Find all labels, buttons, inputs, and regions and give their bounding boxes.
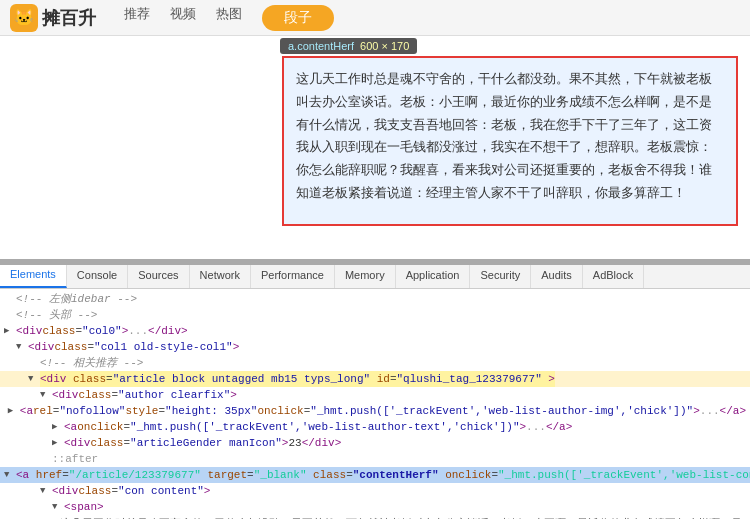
devtools-tabs: Elements Console Sources Network Perform… [0,261,750,289]
article-content: 这几天工作时总是魂不守舍的，干什么都没劲。果不其然，下午就被老板叫去办公室谈话。… [296,71,712,200]
arrow-10[interactable] [52,435,64,451]
nav-item-video[interactable]: 视频 [170,5,196,31]
tooltip-dimensions: 600 × 170 [360,40,409,52]
arrow-11 [40,451,52,467]
code-line-2: <!-- 头部 --> [0,307,750,323]
tag-close-4: > [233,339,240,355]
attr-class-4: class [54,339,87,355]
comment-related: <!-- 相关推荐 --> [40,355,143,371]
arrow-12[interactable] [4,467,16,483]
arrow-2 [4,307,16,323]
arrow-7[interactable] [40,387,52,403]
code-line-9[interactable]: <a onclick="_hmt.push(['_trackEvent','we… [0,419,750,435]
arrow-14[interactable] [52,499,64,515]
nav-links: 推荐 视频 热图 段子 [124,5,334,31]
code-line-5: <!-- 相关推荐 --> [0,355,750,371]
attr-val-3: "col0" [82,323,122,339]
arrow-9[interactable] [52,419,64,435]
tab-console[interactable]: Console [67,261,128,288]
tooltip-element-name: a.contentHerf [288,40,354,52]
attr-rel-8: rel [33,403,53,419]
tag-close-3: > [122,323,129,339]
code-line-1: <!-- 左侧idebar --> [0,291,750,307]
attr-val-7: "author clearfix" [118,387,230,403]
arrow-6[interactable] [28,371,40,387]
tab-memory[interactable]: Memory [335,261,396,288]
element-tooltip: a.contentHerf 600 × 170 [280,38,417,54]
tab-elements[interactable]: Elements [0,261,67,288]
tab-sources[interactable]: Sources [128,261,189,288]
arrow-8[interactable] [8,403,20,419]
devtools-panel: Elements Console Sources Network Perform… [0,259,750,519]
logo-icon: 🐱 [10,4,38,32]
tab-network[interactable]: Network [190,261,251,288]
tab-security[interactable]: Security [470,261,531,288]
attr-class-7: class [78,387,111,403]
tag-8: <a [20,403,33,419]
code-line-13[interactable]: <div class="con content" > [0,483,750,499]
preview-text-content: 这几天工作时总是魂不守舍的，干什么都没劲。果不其然，下午就被老板叫去办公室谈话。… [60,515,746,519]
nav-item-recommend[interactable]: 推荐 [124,5,150,31]
highlighted-element-preview: 这几天工作时总是魂不守舍的，干什么都没劲。果不其然，下午就被老板叫去办公室谈话。… [282,56,738,226]
code-line-7[interactable]: <div class="author clearfix" > [0,387,750,403]
code-line-11: ::after [0,451,750,467]
arrow-4[interactable] [16,339,28,355]
code-line-preview: 这几天工作时总是魂不守舍的，干什么都没劲。果不其然，下午就被老板叫去办公室谈话。… [0,515,750,519]
nav-item-hot[interactable]: 热图 [216,5,242,31]
code-line-8[interactable]: <a rel="nofollow" style="height: 35px" o… [0,403,750,419]
comment-header: <!-- 头部 --> [16,307,97,323]
highlighted-tag-6: <div class="article block untagged mb15 … [40,371,555,387]
browser-toolbar: 🐱 摊百升 推荐 视频 热图 段子 [0,0,750,36]
devtools-code-body: <!-- 左侧idebar --> <!-- 头部 --> <div class… [0,289,750,519]
code-line-12[interactable]: <a href="/article/123379677" target="_bl… [0,467,750,483]
code-line-6[interactable]: <div class="article block untagged mb15 … [0,371,750,387]
comment-sidebar: <!-- 左侧idebar --> [16,291,137,307]
tab-adblock[interactable]: AdBlock [583,261,644,288]
arrow-3[interactable] [4,323,16,339]
tag-7: <div [52,387,78,403]
code-line-4[interactable]: <div class="col1 old-style-col1" > [0,339,750,355]
attr-val-4: "col1 old-style-col1" [94,339,233,355]
tab-application[interactable]: Application [396,261,471,288]
tag-close-7: > [230,387,237,403]
arrow-1 [4,291,16,307]
selected-element-tag: <a href="/article/123379677" target="_bl… [16,467,750,483]
code-line-3[interactable]: <div class="col0" >...</div> [0,323,750,339]
attr-class-3: class [42,323,75,339]
arrow-5 [28,355,40,371]
arrow-13[interactable] [40,483,52,499]
tag-3: <div [16,323,42,339]
devtools-resize-handle[interactable] [0,261,750,265]
logo-text: 摊百升 [42,6,96,30]
tab-performance[interactable]: Performance [251,261,335,288]
tab-audits[interactable]: Audits [531,261,583,288]
site-logo: 🐱 摊百升 [10,4,96,32]
nav-btn-joke[interactable]: 段子 [262,5,334,31]
tag-4: <div [28,339,54,355]
code-line-14[interactable]: <span> [0,499,750,515]
code-line-10[interactable]: <div class="articleGender manIcon" >23</… [0,435,750,451]
pseudo-after: ::after [52,451,98,467]
